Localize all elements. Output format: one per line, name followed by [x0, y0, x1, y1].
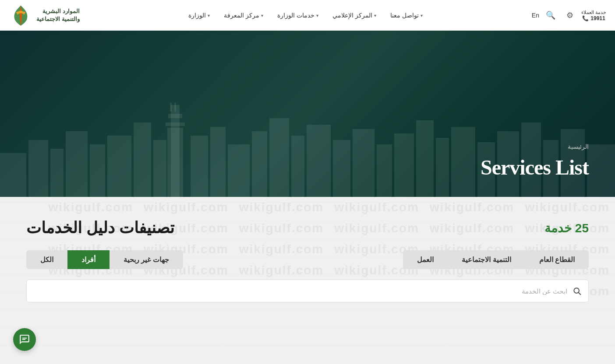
logo-icon [9, 4, 33, 28]
filter-row: القطاع العام التنمية الاجتماعية العمل جه… [26, 250, 589, 269]
services-header: 25 خدمة تصنيفات دليل الخدمات [26, 219, 589, 237]
chat-fab-button[interactable] [13, 328, 36, 351]
navbar-right-section: خدمة العملاء 19911 📞 ⚙ 🔍 En [532, 7, 606, 23]
main-nav: ▾ تواصل معنا ▾ المركز الإعلامي ▾ خدمات ا… [181, 0, 430, 31]
svg-rect-10 [166, 122, 185, 126]
filter-tab-nonprofit[interactable]: جهات غير ربحية [110, 250, 183, 269]
chevron-icon: ▾ [261, 13, 263, 18]
hero-section: الرئيسية Services List [0, 31, 615, 197]
svg-rect-33 [587, 144, 615, 197]
filter-group-right: جهات غير ربحية أفراد الكل [26, 250, 183, 269]
svg-rect-12 [170, 103, 172, 112]
nav-item-services[interactable]: ▾ خدمات الوزارة [270, 0, 325, 31]
filter-tab-all[interactable]: الكل [26, 250, 67, 269]
chevron-icon: ▾ [374, 13, 376, 18]
search-box[interactable] [26, 280, 589, 302]
svg-rect-13 [174, 103, 176, 112]
svg-line-35 [579, 293, 581, 295]
chevron-icon: ▾ [421, 13, 423, 18]
chat-icon [19, 334, 30, 345]
services-content: 25 خدمة تصنيفات دليل الخدمات القطاع العا… [26, 219, 589, 302]
customer-service-label: خدمة العملاء [581, 10, 606, 15]
svg-rect-36 [22, 338, 27, 339]
filter-tab-individuals[interactable]: أفراد [67, 250, 110, 269]
filter-tab-public-sector[interactable]: القطاع العام [525, 250, 589, 269]
services-count: 25 خدمة [544, 221, 589, 235]
svg-rect-9 [168, 114, 182, 118]
breadcrumb: الرئيسية [0, 143, 589, 150]
svg-rect-37 [22, 339, 26, 340]
services-title: تصنيفات دليل الخدمات [26, 219, 174, 237]
filter-tab-work[interactable]: العمل [403, 250, 448, 269]
page-title: Services List [0, 155, 589, 179]
nav-item-media[interactable]: ▾ المركز الإعلامي [325, 0, 383, 31]
settings-button[interactable]: ⚙ [562, 7, 578, 23]
chevron-icon: ▾ [316, 13, 318, 18]
language-button[interactable]: En [532, 12, 539, 19]
customer-service-phone: 19911 📞 [582, 15, 605, 21]
search-button[interactable]: 🔍 [543, 7, 558, 23]
nav-item-tawasol[interactable]: ▾ تواصل معنا [383, 0, 430, 31]
hero-content: الرئيسية Services List [0, 143, 589, 179]
logo-text: الموارد البشرية والتنمية الاجتماعية [36, 7, 80, 23]
phone-icon: 📞 [582, 15, 589, 21]
nav-item-knowledge[interactable]: ▾ مركز المعرفة [217, 0, 270, 31]
search-icon [573, 287, 581, 295]
navbar: خدمة العملاء 19911 📞 ⚙ 🔍 En ▾ تواصل معنا… [0, 0, 615, 31]
search-input[interactable] [34, 287, 567, 295]
filter-group-left: القطاع العام التنمية الاجتماعية العمل [403, 250, 589, 269]
services-section: wikigulf.comwikigulf.comwikigulf.comwiki… [0, 197, 615, 364]
nav-item-ministry[interactable]: ▾ الوزارة [181, 0, 217, 31]
chevron-icon: ▾ [208, 13, 210, 18]
logo[interactable]: الموارد البشرية والتنمية الاجتماعية [9, 4, 80, 28]
filter-tab-social-dev[interactable]: التنمية الاجتماعية [448, 250, 525, 269]
customer-service[interactable]: خدمة العملاء 19911 📞 [581, 10, 606, 21]
